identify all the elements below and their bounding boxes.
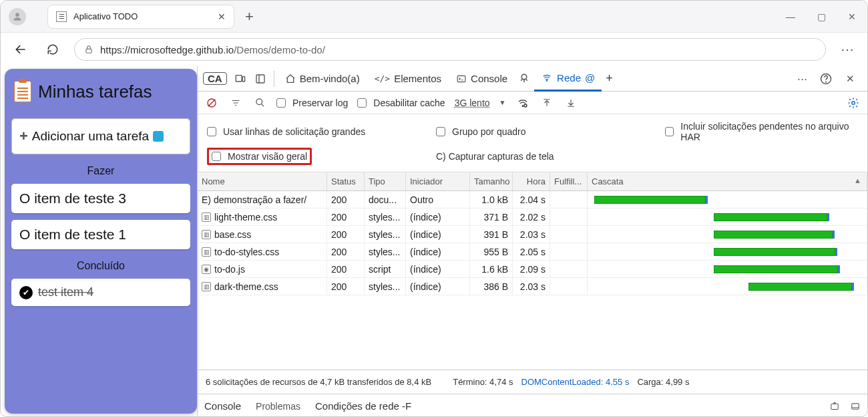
back-button[interactable] bbox=[10, 39, 31, 60]
file-type-icon: ▥ bbox=[202, 282, 211, 291]
tab-welcome[interactable]: Bem-vindo(a) bbox=[278, 66, 367, 92]
preserve-log-checkbox[interactable]: Preservar log bbox=[276, 98, 348, 108]
network-row[interactable]: E) demonstração a fazer/200docu...Outro1… bbox=[198, 191, 867, 208]
app-header: Minhas tarefas bbox=[11, 77, 190, 112]
network-conditions-icon[interactable] bbox=[515, 96, 530, 110]
clipboard-icon bbox=[14, 81, 31, 102]
dock-icon[interactable] bbox=[251, 70, 270, 88]
col-type[interactable]: Tipo bbox=[365, 172, 406, 190]
profile-avatar[interactable] bbox=[9, 8, 26, 25]
file-type-icon: ▥ bbox=[202, 213, 211, 222]
tab-console[interactable]: Console bbox=[449, 66, 514, 92]
opt-group-by-frame[interactable]: Grupo por quadro bbox=[436, 121, 632, 142]
help-icon[interactable] bbox=[817, 70, 835, 88]
export-har-icon[interactable] bbox=[564, 96, 578, 110]
more-tools-button[interactable]: ⋯ bbox=[793, 70, 811, 88]
col-status[interactable]: Status bbox=[327, 172, 365, 190]
drawer-expand-icon[interactable] bbox=[829, 402, 841, 411]
tab-console-label: Console bbox=[471, 73, 507, 84]
network-table-body: E) demonstração a fazer/200docu...Outro1… bbox=[198, 191, 867, 295]
svg-point-8 bbox=[547, 80, 548, 81]
lock-icon bbox=[84, 45, 93, 54]
svg-rect-0 bbox=[86, 49, 91, 53]
drawer-netcond[interactable]: Condições de rede -F bbox=[315, 400, 411, 412]
network-row[interactable]: ◉to-do.js200script(índice)1.6 kB2.09 s bbox=[198, 261, 867, 278]
network-row[interactable]: ▥light-theme.css200styles...(índice)371 … bbox=[198, 208, 867, 226]
network-row[interactable]: ▥to-do-styles.css200styles...(índice)955… bbox=[198, 243, 867, 261]
drawer-console[interactable]: Console bbox=[204, 400, 241, 412]
url-text: https://microsoftedge.github.io/Demos/de… bbox=[100, 44, 325, 55]
summary-dcl: DOMContentLoaded: 4.55 s bbox=[521, 377, 630, 387]
record-button[interactable] bbox=[204, 96, 219, 110]
svg-rect-2 bbox=[242, 76, 244, 81]
opt-screenshots[interactable]: C) Capturar capturas de tela bbox=[436, 148, 632, 165]
tab-welcome-label: Bem-vindo(a) bbox=[300, 73, 360, 84]
network-table-header: Nome Status Tipo Iniciador Tamanho Hora … bbox=[198, 172, 867, 191]
opt-large-rows[interactable]: Usar linhas de solicitação grandes bbox=[207, 121, 403, 142]
tab-sources[interactable] bbox=[515, 66, 533, 92]
summary-counts: 6 solicitações de recursos de 4,7 kB tra… bbox=[206, 377, 431, 387]
svg-rect-24 bbox=[852, 403, 859, 408]
opt-include-pending[interactable]: Incluir solicitações pendentes no arquiv… bbox=[665, 121, 861, 142]
tab-close-icon[interactable]: ✕ bbox=[218, 11, 226, 22]
close-button[interactable]: ✕ bbox=[837, 1, 867, 33]
task-item[interactable]: O item de teste 1 bbox=[11, 220, 190, 249]
new-tab-button[interactable]: + bbox=[241, 8, 258, 25]
tab-elements[interactable]: </> Elementos bbox=[368, 66, 448, 92]
tab-network-label: Rede bbox=[557, 72, 581, 84]
browser-tab[interactable]: ☰ Aplicativo TODO ✕ bbox=[47, 5, 234, 29]
add-tab-button[interactable]: + bbox=[603, 72, 616, 86]
col-name[interactable]: Nome bbox=[198, 172, 327, 190]
svg-line-17 bbox=[261, 104, 264, 106]
network-toolbar: Preservar log Desabilitar cache 3G lento… bbox=[198, 92, 867, 114]
tab-favicon: ☰ bbox=[56, 11, 67, 22]
drawer-dock-icon[interactable] bbox=[850, 402, 861, 411]
devtools-pane: CA Bem-vindo(a) </> Elementos Console bbox=[197, 66, 867, 417]
tab-title: Aplicativo TODO bbox=[73, 11, 211, 21]
col-size[interactable]: Tamanho bbox=[470, 172, 513, 190]
network-settings-icon[interactable] bbox=[846, 96, 861, 110]
add-task-label: Adicionar uma tarefa bbox=[32, 129, 149, 144]
task-item[interactable]: O item de teste 3 bbox=[11, 184, 190, 213]
maximize-button[interactable]: ▢ bbox=[806, 1, 837, 33]
search-icon[interactable] bbox=[252, 96, 267, 110]
devtools-close-button[interactable]: ✕ bbox=[841, 70, 859, 88]
tab-elements-label: Elementos bbox=[394, 73, 441, 84]
browser-menu-button[interactable]: ⋯ bbox=[837, 41, 858, 57]
import-har-icon[interactable] bbox=[539, 96, 554, 110]
network-row[interactable]: ▥dark-theme.css200styles...(índice)386 B… bbox=[198, 278, 867, 295]
inspect-element-button[interactable]: CA bbox=[203, 72, 227, 85]
minimize-button[interactable]: — bbox=[775, 1, 806, 33]
device-toolbar-icon[interactable] bbox=[231, 70, 250, 88]
file-type-icon: ▥ bbox=[202, 230, 211, 239]
app-title: Minhas tarefas bbox=[38, 82, 152, 102]
col-fulfill[interactable]: Fulfill... bbox=[550, 172, 588, 190]
svg-rect-5 bbox=[457, 76, 465, 82]
col-time[interactable]: Hora bbox=[513, 172, 550, 190]
col-initiator[interactable]: Iniciador bbox=[406, 172, 470, 190]
svg-point-19 bbox=[524, 104, 527, 107]
refresh-button[interactable] bbox=[42, 39, 63, 60]
window-titlebar: ☰ Aplicativo TODO ✕ + — ▢ ✕ bbox=[1, 1, 867, 33]
throttle-select[interactable]: 3G lento bbox=[455, 98, 490, 108]
col-waterfall[interactable]: Cascata▲ bbox=[588, 172, 867, 190]
drawer-problems[interactable]: Problemas bbox=[256, 401, 300, 412]
summary-load: Carga: 4,99 s bbox=[637, 377, 689, 387]
plus-icon: + bbox=[19, 128, 28, 145]
tab-network[interactable]: Rede @ bbox=[534, 66, 602, 92]
filter-icon[interactable] bbox=[228, 96, 243, 110]
address-bar-row: https://microsoftedge.github.io/Demos/de… bbox=[1, 33, 867, 66]
disable-cache-checkbox[interactable]: Desabilitar cache bbox=[357, 98, 445, 108]
network-options: Usar linhas de solicitação grandes Grupo… bbox=[198, 114, 867, 172]
todo-app-pane: Minhas tarefas + Adicionar uma tarefa Fa… bbox=[5, 69, 197, 414]
address-bar[interactable]: https://microsoftedge.github.io/Demos/de… bbox=[74, 38, 826, 61]
network-row[interactable]: ▥base.css200styles...(índice)391 B2.03 s bbox=[198, 226, 867, 243]
svg-rect-23 bbox=[831, 404, 839, 409]
tab-network-at: @ bbox=[585, 72, 595, 84]
file-type-icon: ◉ bbox=[202, 265, 211, 274]
svg-point-10 bbox=[826, 82, 827, 82]
add-task-input[interactable]: + Adicionar uma tarefa bbox=[11, 118, 190, 154]
task-item-done[interactable]: ✔ test item 4 bbox=[11, 279, 190, 306]
opt-show-overview[interactable]: Mostrar visão geral bbox=[207, 148, 312, 165]
svg-rect-3 bbox=[256, 75, 264, 83]
